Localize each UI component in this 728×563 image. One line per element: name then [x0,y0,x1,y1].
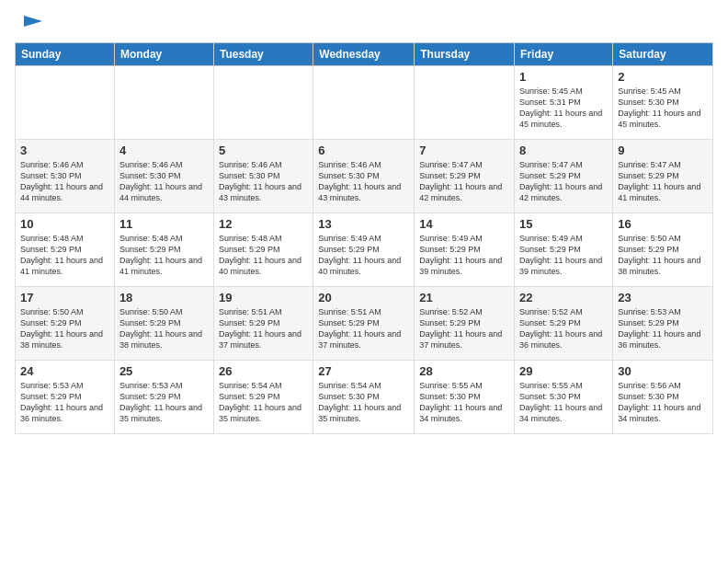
day-number: 11 [119,217,209,231]
header-monday: Monday [114,43,213,66]
day-info: Sunrise: 5:51 AM Sunset: 5:29 PM Dayligh… [318,306,409,351]
day-number: 30 [618,364,708,378]
day-info: Sunrise: 5:50 AM Sunset: 5:29 PM Dayligh… [20,306,109,351]
calendar-cell: 26Sunrise: 5:54 AM Sunset: 5:29 PM Dayli… [213,361,313,434]
calendar-cell: 10Sunrise: 5:48 AM Sunset: 5:29 PM Dayli… [16,213,115,287]
day-number: 12 [219,217,308,231]
calendar-cell: 28Sunrise: 5:55 AM Sunset: 5:30 PM Dayli… [415,361,515,434]
calendar-cell: 13Sunrise: 5:49 AM Sunset: 5:29 PM Dayli… [313,213,415,287]
calendar-cell: 25Sunrise: 5:53 AM Sunset: 5:29 PM Dayli… [114,361,213,434]
calendar-cell: 4Sunrise: 5:46 AM Sunset: 5:30 PM Daylig… [114,140,213,213]
day-number: 21 [419,291,509,304]
day-number: 6 [318,144,409,157]
header-wednesday: Wednesday [313,43,415,66]
calendar-header-row: SundayMondayTuesdayWednesdayThursdayFrid… [16,43,713,66]
day-info: Sunrise: 5:47 AM Sunset: 5:29 PM Dayligh… [419,159,509,204]
calendar-cell: 12Sunrise: 5:48 AM Sunset: 5:29 PM Dayli… [213,213,313,287]
calendar-cell: 5Sunrise: 5:46 AM Sunset: 5:30 PM Daylig… [213,140,313,213]
day-info: Sunrise: 5:52 AM Sunset: 5:29 PM Dayligh… [419,306,509,351]
calendar-cell: 6Sunrise: 5:46 AM Sunset: 5:30 PM Daylig… [313,140,415,213]
day-number: 27 [318,364,409,378]
day-info: Sunrise: 5:49 AM Sunset: 5:29 PM Dayligh… [318,233,409,278]
calendar-cell: 15Sunrise: 5:49 AM Sunset: 5:29 PM Dayli… [515,213,613,287]
calendar-cell: 14Sunrise: 5:49 AM Sunset: 5:29 PM Dayli… [415,213,515,287]
day-number: 29 [519,364,608,378]
day-number: 15 [519,217,608,231]
calendar-week-row: 10Sunrise: 5:48 AM Sunset: 5:29 PM Dayli… [16,213,713,287]
day-number: 16 [618,217,708,231]
day-number: 1 [519,70,608,84]
day-number: 8 [519,144,608,157]
calendar-cell: 29Sunrise: 5:55 AM Sunset: 5:30 PM Dayli… [515,361,613,434]
calendar-cell: 11Sunrise: 5:48 AM Sunset: 5:29 PM Dayli… [114,213,213,287]
calendar-cell: 30Sunrise: 5:56 AM Sunset: 5:30 PM Dayli… [613,361,713,434]
calendar-cell: 22Sunrise: 5:52 AM Sunset: 5:29 PM Dayli… [515,287,613,361]
calendar-week-row: 1Sunrise: 5:45 AM Sunset: 5:31 PM Daylig… [16,66,713,140]
day-info: Sunrise: 5:51 AM Sunset: 5:29 PM Dayligh… [219,306,308,351]
day-number: 5 [219,144,308,157]
header-friday: Friday [515,43,613,66]
day-info: Sunrise: 5:53 AM Sunset: 5:29 PM Dayligh… [20,380,109,425]
day-info: Sunrise: 5:54 AM Sunset: 5:29 PM Dayligh… [219,380,308,425]
day-number: 24 [20,364,109,378]
day-info: Sunrise: 5:45 AM Sunset: 5:31 PM Dayligh… [519,86,608,131]
day-info: Sunrise: 5:48 AM Sunset: 5:29 PM Dayligh… [20,233,109,278]
day-info: Sunrise: 5:46 AM Sunset: 5:30 PM Dayligh… [219,159,308,204]
day-number: 25 [119,364,209,378]
calendar-cell: 19Sunrise: 5:51 AM Sunset: 5:29 PM Dayli… [213,287,313,361]
day-info: Sunrise: 5:48 AM Sunset: 5:29 PM Dayligh… [119,233,209,278]
calendar-week-row: 3Sunrise: 5:46 AM Sunset: 5:30 PM Daylig… [16,140,713,213]
day-number: 13 [318,217,409,231]
header-sunday: Sunday [16,43,115,66]
day-info: Sunrise: 5:48 AM Sunset: 5:29 PM Dayligh… [219,233,308,278]
calendar-week-row: 17Sunrise: 5:50 AM Sunset: 5:29 PM Dayli… [16,287,713,361]
logo [15,15,42,35]
day-info: Sunrise: 5:49 AM Sunset: 5:29 PM Dayligh… [419,233,509,278]
day-info: Sunrise: 5:55 AM Sunset: 5:30 PM Dayligh… [519,380,608,425]
svg-marker-0 [24,16,42,27]
day-number: 3 [20,144,109,157]
day-number: 19 [219,291,308,304]
day-info: Sunrise: 5:50 AM Sunset: 5:29 PM Dayligh… [618,233,708,278]
calendar-cell: 1Sunrise: 5:45 AM Sunset: 5:31 PM Daylig… [515,66,613,140]
calendar-cell: 3Sunrise: 5:46 AM Sunset: 5:30 PM Daylig… [16,140,115,213]
day-info: Sunrise: 5:49 AM Sunset: 5:29 PM Dayligh… [519,233,608,278]
calendar-cell: 2Sunrise: 5:45 AM Sunset: 5:30 PM Daylig… [613,66,713,140]
day-info: Sunrise: 5:47 AM Sunset: 5:29 PM Dayligh… [519,159,608,204]
calendar-cell [16,66,115,140]
day-info: Sunrise: 5:45 AM Sunset: 5:30 PM Dayligh… [618,86,708,131]
day-info: Sunrise: 5:46 AM Sunset: 5:30 PM Dayligh… [318,159,409,204]
day-number: 22 [519,291,608,304]
day-number: 10 [20,217,109,231]
day-info: Sunrise: 5:46 AM Sunset: 5:30 PM Dayligh… [119,159,209,204]
page-header [15,15,713,35]
day-number: 17 [20,291,109,304]
calendar-cell: 9Sunrise: 5:47 AM Sunset: 5:29 PM Daylig… [613,140,713,213]
calendar-cell: 24Sunrise: 5:53 AM Sunset: 5:29 PM Dayli… [16,361,115,434]
calendar-cell [313,66,415,140]
calendar-table: SundayMondayTuesdayWednesdayThursdayFrid… [15,42,713,434]
day-info: Sunrise: 5:55 AM Sunset: 5:30 PM Dayligh… [419,380,509,425]
header-tuesday: Tuesday [213,43,313,66]
day-number: 7 [419,144,509,157]
day-info: Sunrise: 5:52 AM Sunset: 5:29 PM Dayligh… [519,306,608,351]
calendar-cell: 27Sunrise: 5:54 AM Sunset: 5:30 PM Dayli… [313,361,415,434]
day-info: Sunrise: 5:53 AM Sunset: 5:29 PM Dayligh… [618,306,708,351]
calendar-cell: 7Sunrise: 5:47 AM Sunset: 5:29 PM Daylig… [415,140,515,213]
day-number: 20 [318,291,409,304]
day-number: 9 [618,144,708,157]
day-number: 23 [618,291,708,304]
day-number: 14 [419,217,509,231]
day-info: Sunrise: 5:54 AM Sunset: 5:30 PM Dayligh… [318,380,409,425]
header-saturday: Saturday [613,43,713,66]
calendar-cell: 16Sunrise: 5:50 AM Sunset: 5:29 PM Dayli… [613,213,713,287]
day-info: Sunrise: 5:50 AM Sunset: 5:29 PM Dayligh… [119,306,209,351]
day-number: 2 [618,70,708,84]
day-info: Sunrise: 5:46 AM Sunset: 5:30 PM Dayligh… [20,159,109,204]
calendar-cell [415,66,515,140]
calendar-cell: 8Sunrise: 5:47 AM Sunset: 5:29 PM Daylig… [515,140,613,213]
calendar-cell: 21Sunrise: 5:52 AM Sunset: 5:29 PM Dayli… [415,287,515,361]
calendar-cell [213,66,313,140]
calendar-cell: 17Sunrise: 5:50 AM Sunset: 5:29 PM Dayli… [16,287,115,361]
day-number: 28 [419,364,509,378]
